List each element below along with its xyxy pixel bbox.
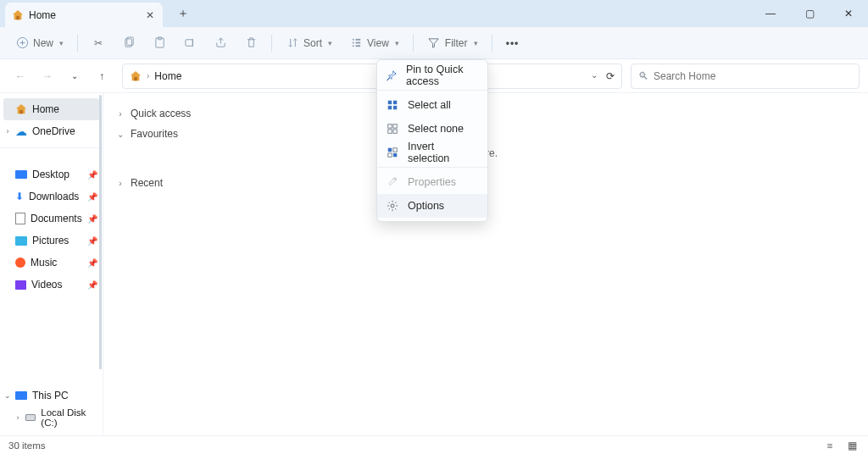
view-icon	[349, 36, 363, 50]
view-button[interactable]: View ▾	[342, 31, 406, 55]
pin-icon: 📌	[87, 214, 97, 224]
sort-button[interactable]: Sort ▾	[279, 31, 339, 55]
scrollbar[interactable]	[99, 95, 102, 369]
disk-icon	[25, 414, 36, 421]
chevron-down-icon: ▾	[474, 39, 478, 47]
menu-label: Properties	[408, 176, 456, 188]
status-bar: 30 items ≡ ▦	[0, 435, 868, 454]
svg-point-11	[352, 45, 353, 47]
share-icon	[214, 36, 227, 50]
sidebar-item-pictures[interactable]: Pictures 📌	[0, 230, 103, 252]
expander-icon[interactable]: ›	[2, 127, 14, 136]
up-button[interactable]: ↑	[90, 64, 114, 88]
divider	[0, 147, 103, 148]
copy-button[interactable]	[115, 31, 142, 55]
breadcrumb[interactable]: Home	[154, 70, 181, 82]
select-all-icon	[386, 98, 399, 112]
new-tab-button[interactable]: ＋	[171, 2, 195, 25]
search-box[interactable]: 🔍︎	[631, 64, 860, 89]
menu-pin-to-quick-access[interactable]: Pin to Quick access	[377, 64, 487, 87]
sidebar-item-label: This PC	[32, 390, 69, 401]
desktop-icon	[15, 170, 27, 179]
see-more-menu: Pin to Quick access Select all Select no…	[376, 59, 488, 222]
sidebar-item-desktop[interactable]: Desktop 📌	[0, 163, 103, 185]
sidebar-item-label: Documents	[31, 213, 82, 224]
new-button[interactable]: New ▾	[8, 31, 70, 55]
expander-icon[interactable]: ⌄	[2, 391, 14, 400]
svg-rect-17	[388, 106, 392, 109]
address-dropdown-button[interactable]: ⌄	[591, 70, 598, 82]
separator	[271, 35, 272, 52]
svg-rect-14	[19, 110, 23, 114]
sidebar-item-videos[interactable]: Videos 📌	[0, 274, 103, 296]
svg-rect-8	[355, 39, 360, 41]
pin-icon: 📌	[87, 236, 97, 246]
svg-rect-13	[134, 76, 137, 80]
menu-label: Options	[408, 200, 444, 212]
svg-rect-0	[16, 15, 19, 19]
expander-icon[interactable]: ›	[12, 413, 24, 422]
music-icon	[15, 257, 25, 268]
home-icon	[12, 9, 24, 21]
close-button[interactable]: ✕	[829, 0, 868, 27]
address-bar[interactable]: › Home ⌄ ⟳	[122, 64, 622, 89]
more-button[interactable]: •••	[499, 31, 526, 55]
sidebar-item-music[interactable]: Music 📌	[0, 252, 103, 274]
pc-icon	[15, 391, 27, 400]
svg-rect-19	[388, 125, 392, 128]
recent-locations-button[interactable]: ⌄	[63, 64, 86, 88]
menu-select-all[interactable]: Select all	[377, 93, 487, 117]
svg-rect-25	[388, 153, 392, 157]
sidebar-item-label: OneDrive	[32, 125, 75, 137]
details-view-button[interactable]: ≡	[822, 439, 837, 452]
window-controls: ― ▢ ✕	[751, 0, 868, 27]
minimize-button[interactable]: ―	[751, 0, 790, 27]
new-label: New	[33, 37, 53, 49]
forward-button[interactable]: →	[36, 64, 59, 88]
maximize-button[interactable]: ▢	[790, 0, 829, 27]
svg-point-27	[391, 204, 394, 208]
sidebar-item-downloads[interactable]: ⬇ Downloads 📌	[0, 185, 103, 208]
refresh-button[interactable]: ⟳	[606, 70, 615, 82]
svg-rect-21	[388, 130, 392, 133]
search-input[interactable]	[654, 70, 852, 82]
item-count: 30 items	[8, 440, 45, 451]
toolbar: New ▾ ✂ Sort ▾ View ▾ Filter ▾ •••	[0, 27, 868, 59]
svg-rect-26	[393, 153, 397, 157]
sidebar-item-home[interactable]: Home	[3, 98, 99, 120]
pin-icon: 📌	[87, 280, 97, 290]
svg-rect-10	[355, 42, 360, 44]
scissors-icon: ✂	[92, 36, 105, 50]
menu-select-none[interactable]: Select none	[377, 117, 487, 141]
rename-button[interactable]	[176, 31, 203, 55]
filter-button[interactable]: Filter ▾	[420, 31, 485, 55]
cut-button[interactable]: ✂	[85, 31, 112, 55]
group-label: Quick access	[131, 108, 191, 119]
downloads-icon: ⬇	[15, 191, 24, 202]
close-tab-button[interactable]: ✕	[142, 8, 158, 23]
menu-options[interactable]: Options	[377, 194, 487, 218]
chevron-down-icon: ▾	[328, 39, 332, 47]
sidebar-item-local-disk[interactable]: › Local Disk (C:)	[0, 407, 103, 429]
menu-label: Invert selection	[408, 141, 479, 164]
sidebar-item-documents[interactable]: Documents 📌	[0, 208, 103, 230]
sidebar-item-label: Downloads	[29, 191, 79, 202]
titlebar: Home ✕ ＋ ― ▢ ✕	[0, 0, 868, 27]
filter-icon	[427, 36, 441, 50]
delete-button[interactable]	[237, 31, 264, 55]
back-button[interactable]: ←	[8, 64, 32, 88]
rename-icon	[183, 36, 197, 50]
share-button[interactable]	[207, 31, 234, 55]
svg-rect-20	[393, 125, 397, 128]
separator	[377, 90, 487, 91]
chevron-right-icon: ›	[115, 109, 125, 119]
search-icon: 🔍︎	[638, 70, 648, 82]
menu-invert-selection[interactable]: Invert selection	[377, 141, 487, 164]
sidebar-item-this-pc[interactable]: ⌄ This PC	[0, 385, 103, 407]
tab[interactable]: Home ✕	[5, 3, 163, 27]
paste-button[interactable]	[146, 31, 173, 55]
separator	[377, 167, 487, 168]
ellipsis-icon: •••	[506, 36, 520, 50]
sidebar-item-onedrive[interactable]: › ☁ OneDrive	[0, 120, 103, 142]
thumbnails-view-button[interactable]: ▦	[844, 439, 860, 452]
